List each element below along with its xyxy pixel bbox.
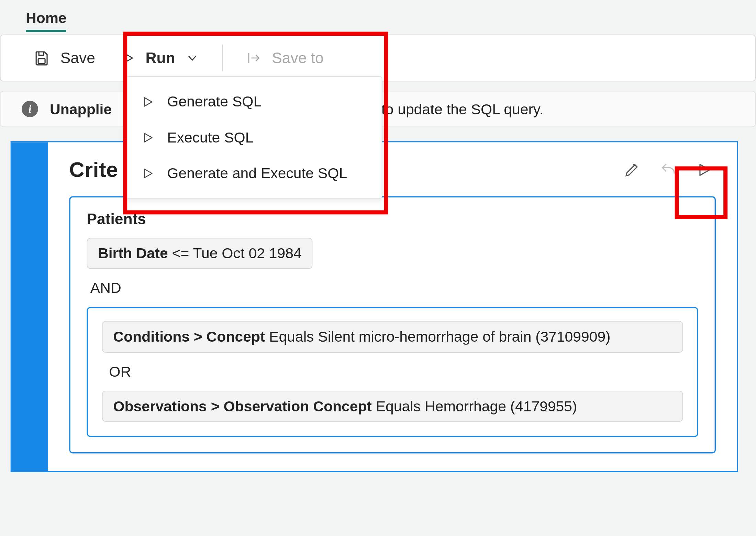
run-button[interactable]: Run <box>119 44 201 72</box>
run-dropdown: Generate SQL Execute SQL Generate and Ex… <box>124 76 382 199</box>
save-icon <box>33 50 50 66</box>
criteria-filter-box: Patients Birth Date <= Tue Oct 02 1984 A… <box>69 196 716 454</box>
toolbar: Save Run <box>0 35 756 81</box>
chip-field: Conditions > Concept <box>113 328 265 345</box>
chevron-down-icon <box>186 52 199 65</box>
save-label: Save <box>60 49 95 67</box>
svg-rect-0 <box>38 59 45 64</box>
tab-home[interactable]: Home <box>26 9 67 32</box>
chip-value: Tue Oct 02 1984 <box>193 245 301 261</box>
save-to-label: Save to <box>272 49 323 67</box>
save-to-button[interactable]: Save to <box>244 44 326 72</box>
menu-item-label: Generate and Execute SQL <box>167 164 347 181</box>
patients-label: Patients <box>87 210 698 228</box>
save-button[interactable]: Save <box>31 44 97 72</box>
edit-icon[interactable] <box>623 161 641 179</box>
filter-chip-condition[interactable]: Conditions > Concept Equals Silent micro… <box>102 321 683 352</box>
chip-op: Equals <box>269 328 314 345</box>
play-icon <box>141 95 154 108</box>
chip-value: Hemorrhage (4179955) <box>425 398 577 414</box>
play-icon[interactable] <box>696 162 712 178</box>
menu-item-execute-sql[interactable]: Execute SQL <box>125 119 381 155</box>
criteria-subgroup: Conditions > Concept Equals Silent micro… <box>87 307 698 437</box>
play-icon <box>141 131 154 144</box>
play-icon <box>121 51 135 65</box>
info-prefix: Unapplie <box>50 101 112 117</box>
filter-chip-observation[interactable]: Observations > Observation Concept Equal… <box>102 390 683 422</box>
logic-or: OR <box>109 363 683 380</box>
chip-op: <= <box>172 245 189 261</box>
criteria-stripe <box>12 142 48 471</box>
toolbar-divider <box>222 45 223 71</box>
undo-icon[interactable] <box>659 161 677 179</box>
chip-field: Birth Date <box>98 245 168 261</box>
info-suffix: L to update the SQL query. <box>370 101 544 117</box>
info-icon: i <box>22 101 38 117</box>
criteria-title: Crite <box>69 158 118 182</box>
run-label: Run <box>146 49 175 67</box>
menu-item-label: Execute SQL <box>167 129 253 146</box>
menu-item-generate-execute-sql[interactable]: Generate and Execute SQL <box>125 155 381 191</box>
filter-chip-birthdate[interactable]: Birth Date <= Tue Oct 02 1984 <box>87 238 313 269</box>
chip-field: Observations > Observation Concept <box>113 398 372 414</box>
chip-value: Silent micro-hemorrhage of brain (371099… <box>318 328 610 345</box>
logic-and: AND <box>90 280 698 296</box>
menu-item-label: Generate SQL <box>167 93 262 110</box>
play-icon <box>141 167 154 180</box>
chip-op: Equals <box>376 398 421 414</box>
tabs-row: Home <box>0 0 756 32</box>
export-icon <box>246 50 261 66</box>
menu-item-generate-sql[interactable]: Generate SQL <box>125 84 381 119</box>
